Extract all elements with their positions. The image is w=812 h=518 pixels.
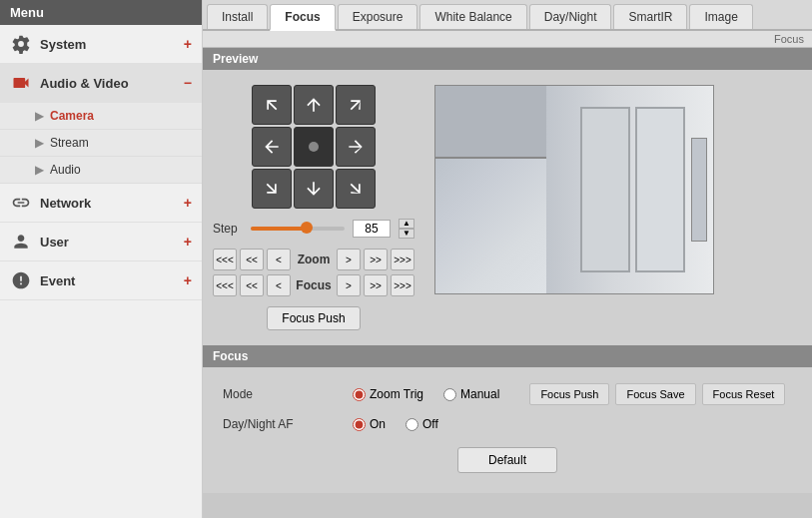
step-value-container (353, 220, 391, 238)
tab-exposure[interactable]: Exposure (338, 4, 418, 29)
zoom-double-right-btn[interactable]: >> (364, 249, 388, 270)
default-btn[interactable]: Default (457, 447, 557, 473)
sidebar-sub-stream[interactable]: ▶ Stream (0, 130, 202, 157)
dir-btn-up[interactable] (294, 85, 334, 125)
zoom-single-left-btn[interactable]: < (267, 249, 291, 270)
daynight-radio-group: On Off (353, 417, 438, 431)
focus-save-btn[interactable]: Focus Save (615, 383, 695, 405)
preview-controls: Step ▲ ▼ (213, 85, 414, 330)
tab-day-night[interactable]: Day/Night (529, 4, 612, 29)
radio-manual-input[interactable] (443, 388, 456, 401)
expand-icon-event: + (184, 272, 192, 288)
breadcrumb: Focus (203, 31, 812, 48)
tab-focus[interactable]: Focus (270, 4, 335, 31)
sidebar-item-av[interactable]: Audio & Video − (0, 64, 202, 103)
sidebar-sub-camera[interactable]: ▶ Camera (0, 103, 202, 130)
cam-panel (691, 138, 708, 242)
sidebar-sub-camera-label: Camera (50, 109, 94, 123)
sidebar-item-network[interactable]: Network + (0, 184, 202, 223)
focus-single-left-btn[interactable]: < (267, 274, 291, 296)
cam-door1 (635, 107, 685, 272)
arrow-icon-camera: ▶ (35, 109, 44, 123)
sidebar-item-system[interactable]: System + (0, 25, 202, 64)
sidebar-item-user-label: User (40, 235, 184, 250)
radio-zoom-trig-input[interactable] (353, 388, 366, 401)
step-slider[interactable] (251, 227, 345, 231)
step-value-input[interactable] (353, 220, 391, 238)
step-up-btn[interactable]: ▲ (399, 219, 414, 229)
tab-image[interactable]: Image (689, 4, 752, 29)
dir-btn-upleft[interactable] (252, 85, 292, 125)
sidebar-sub-audio[interactable]: ▶ Audio (0, 157, 202, 184)
network-icon (10, 192, 32, 214)
radio-off-input[interactable] (406, 418, 418, 431)
focus-double-right-btn[interactable]: >> (364, 274, 388, 296)
focus-single-right-btn[interactable]: > (337, 274, 361, 296)
focus-push-preview-btn[interactable]: Focus Push (267, 306, 360, 330)
daynight-label: Day/Night AF (223, 417, 343, 431)
radio-zoom-trig[interactable]: Zoom Trig (353, 387, 423, 401)
dir-btn-downleft[interactable] (252, 169, 292, 209)
radio-on[interactable]: On (353, 417, 386, 431)
zoom-focus-controls: <<< << < Zoom > >> >>> <<< << (213, 249, 414, 296)
sidebar-item-event-label: Event (40, 273, 184, 288)
radio-on-input[interactable] (353, 418, 366, 431)
mode-radio-group: Zoom Trig Manual (353, 387, 499, 401)
zoom-single-right-btn[interactable]: > (337, 249, 361, 270)
focus-settings-section: Focus Mode Zoom Trig Manual (203, 345, 812, 493)
cam-preview-bg (435, 86, 713, 293)
zoom-triple-left-btn[interactable]: <<< (213, 249, 237, 270)
svg-point-0 (309, 142, 319, 152)
daynight-row: Day/Night AF On Off (223, 411, 792, 437)
zoom-triple-right-btn[interactable]: >>> (391, 249, 414, 270)
radio-off[interactable]: Off (406, 417, 438, 431)
sidebar-item-av-label: Audio & Video (40, 76, 184, 91)
radio-manual[interactable]: Manual (443, 387, 499, 401)
step-slider-fill (251, 227, 307, 231)
dir-btn-center[interactable] (294, 127, 334, 167)
sidebar-item-network-label: Network (40, 196, 184, 211)
event-icon (10, 269, 32, 291)
dir-btn-downright[interactable] (336, 169, 376, 209)
preview-header: Preview (203, 48, 812, 70)
gear-icon (10, 33, 32, 55)
dir-btn-down[interactable] (294, 169, 334, 209)
focus-reset-btn[interactable]: Focus Reset (702, 383, 786, 405)
sidebar: Menu System + Audio & Video − ▶ Camera ▶ (0, 0, 203, 518)
expand-icon-system: + (184, 36, 192, 52)
dir-btn-upright[interactable] (336, 85, 376, 125)
mode-action-buttons: Focus Push Focus Save Focus Reset (529, 383, 785, 405)
tab-white-balance[interactable]: White Balance (419, 4, 526, 29)
sidebar-av-submenu: ▶ Camera ▶ Stream ▶ Audio (0, 103, 202, 184)
focus-row: <<< << < Focus > >> >>> (213, 274, 414, 296)
sidebar-item-user[interactable]: User + (0, 223, 202, 261)
radio-zoom-trig-label: Zoom Trig (370, 387, 423, 401)
tab-smartir[interactable]: SmartIR (613, 4, 687, 29)
sidebar-sub-audio-label: Audio (50, 163, 81, 177)
sidebar-header: Menu (0, 0, 202, 25)
sidebar-sub-stream-label: Stream (50, 136, 89, 150)
step-slider-thumb (301, 222, 313, 234)
focus-triple-right-btn[interactable]: >>> (391, 274, 414, 296)
step-row: Step ▲ ▼ (213, 219, 414, 239)
tab-install[interactable]: Install (207, 4, 268, 29)
zoom-row: <<< << < Zoom > >> >>> (213, 249, 414, 270)
focus-settings-header: Focus (203, 345, 812, 367)
sidebar-item-event[interactable]: Event + (0, 261, 202, 300)
camera-preview (434, 85, 714, 294)
focus-double-left-btn[interactable]: << (240, 274, 264, 296)
radio-off-label: Off (422, 417, 438, 431)
arrow-icon-audio: ▶ (35, 163, 44, 177)
radio-on-label: On (370, 417, 386, 431)
focus-triple-left-btn[interactable]: <<< (213, 274, 237, 296)
zoom-label: Zoom (294, 253, 334, 266)
radio-manual-label: Manual (460, 387, 499, 401)
expand-icon-user: + (184, 234, 192, 250)
focus-settings-body: Mode Zoom Trig Manual (203, 367, 812, 493)
focus-push-btn[interactable]: Focus Push (529, 383, 609, 405)
zoom-double-left-btn[interactable]: << (240, 249, 264, 270)
dir-btn-right[interactable] (336, 127, 376, 167)
step-arrows: ▲ ▼ (399, 219, 414, 239)
step-down-btn[interactable]: ▼ (399, 229, 414, 239)
dir-btn-left[interactable] (252, 127, 292, 167)
